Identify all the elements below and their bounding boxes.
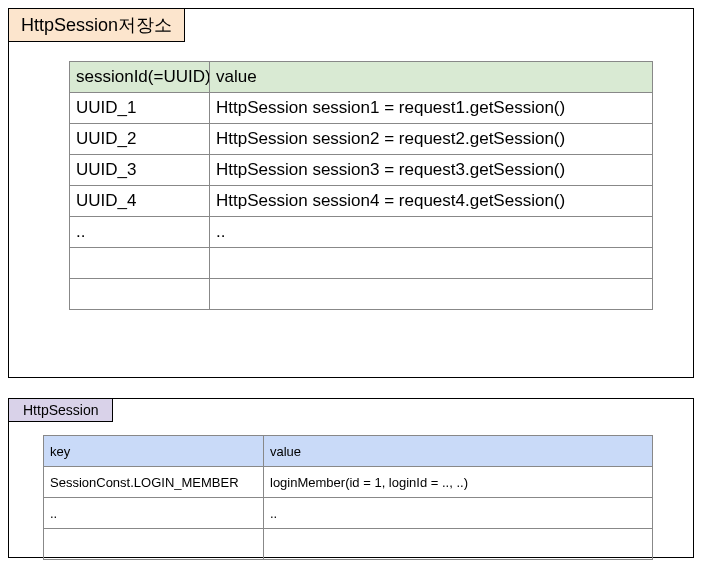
cell-value (264, 529, 653, 560)
cell-session-id (70, 279, 210, 310)
cell-value (210, 279, 653, 310)
table-header-row: sessionId(=UUID) value (70, 62, 653, 93)
cell-value: .. (264, 498, 653, 529)
header-session-id: sessionId(=UUID) (70, 62, 210, 93)
table-row: .. .. (44, 498, 653, 529)
cell-value: .. (210, 217, 653, 248)
panel2-inner: key value SessionConst.LOGIN_MEMBER logi… (9, 399, 693, 560)
cell-session-id: .. (70, 217, 210, 248)
header-value: value (210, 62, 653, 93)
session-store-table: sessionId(=UUID) value UUID_1 HttpSessio… (69, 61, 653, 310)
cell-key: .. (44, 498, 264, 529)
table-row: UUID_1 HttpSession session1 = request1.g… (70, 93, 653, 124)
header-value: value (264, 436, 653, 467)
cell-value: loginMember(id = 1, loginId = .., ..) (264, 467, 653, 498)
http-session-store-panel: HttpSession저장소 sessionId(=UUID) value UU… (8, 8, 694, 378)
panel-tab-session: HttpSession (8, 398, 113, 422)
cell-key (44, 529, 264, 560)
cell-session-id: UUID_2 (70, 124, 210, 155)
cell-value: HttpSession session4 = request4.getSessi… (210, 186, 653, 217)
cell-value: HttpSession session2 = request2.getSessi… (210, 124, 653, 155)
panel1-inner: sessionId(=UUID) value UUID_1 HttpSessio… (9, 9, 693, 310)
table-row: UUID_3 HttpSession session3 = request3.g… (70, 155, 653, 186)
table-row (44, 529, 653, 560)
cell-value (210, 248, 653, 279)
cell-session-id: UUID_4 (70, 186, 210, 217)
cell-session-id: UUID_3 (70, 155, 210, 186)
header-key: key (44, 436, 264, 467)
table-row (70, 279, 653, 310)
panel-tab-store: HttpSession저장소 (8, 8, 185, 42)
table-row (70, 248, 653, 279)
table-row: .. .. (70, 217, 653, 248)
cell-session-id: UUID_1 (70, 93, 210, 124)
cell-session-id (70, 248, 210, 279)
http-session-panel: HttpSession key value SessionConst.LOGIN… (8, 398, 694, 558)
cell-key: SessionConst.LOGIN_MEMBER (44, 467, 264, 498)
session-table: key value SessionConst.LOGIN_MEMBER logi… (43, 435, 653, 560)
table-row: UUID_2 HttpSession session2 = request2.g… (70, 124, 653, 155)
table-row: SessionConst.LOGIN_MEMBER loginMember(id… (44, 467, 653, 498)
table-header-row: key value (44, 436, 653, 467)
cell-value: HttpSession session1 = request1.getSessi… (210, 93, 653, 124)
cell-value: HttpSession session3 = request3.getSessi… (210, 155, 653, 186)
table-row: UUID_4 HttpSession session4 = request4.g… (70, 186, 653, 217)
